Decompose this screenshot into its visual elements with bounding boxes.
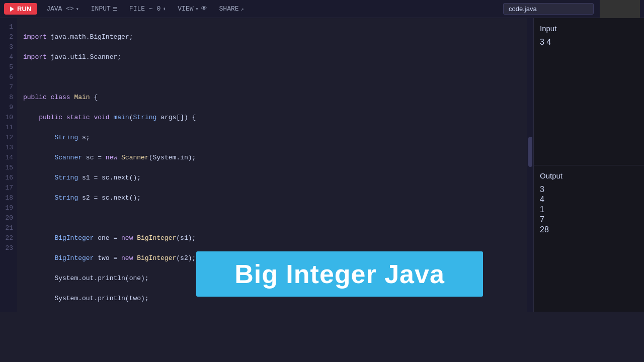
view-menu[interactable]: VIEW ▾ 👁	[173, 3, 212, 15]
code-editor[interactable]: 12345 678910 1112131415 1617181920 21222…	[0, 18, 533, 312]
code-line-3	[23, 72, 521, 82]
java-label: JAVA <>	[46, 5, 74, 13]
code-line-9: String s2 = sc.next();	[23, 193, 521, 203]
share-label: SHARE	[219, 5, 239, 13]
code-line-5: public static void main(String args[]) {	[23, 113, 521, 123]
file-menu[interactable]: FILE ~ 0 ⬆	[124, 3, 171, 15]
code-line-10	[23, 213, 521, 223]
line-numbers: 12345 678910 1112131415 1617181920 21222…	[0, 18, 17, 312]
view-arrow: ▾	[196, 6, 199, 12]
code-line-6: String s;	[23, 133, 521, 143]
code-line-11: BigInteger one = new BigInteger(s1);	[23, 233, 521, 243]
java-arrow: ▾	[76, 6, 79, 12]
output-val-4: 7	[540, 215, 638, 224]
bottom-area	[0, 312, 644, 362]
code-line-4: public class Main {	[23, 93, 521, 103]
output-val-3: 1	[540, 205, 638, 214]
output-section: Output 3 4 1 7 28	[534, 165, 644, 312]
code-line-8: String s1 = sc.next();	[23, 173, 521, 183]
scrollbar-track[interactable]	[527, 18, 533, 312]
output-val-2: 4	[540, 195, 638, 204]
main-area: 12345 678910 1112131415 1617181920 21222…	[0, 18, 644, 312]
file-label: FILE ~ 0	[129, 5, 160, 13]
filename-input[interactable]	[503, 3, 594, 15]
input-section: Input 3 4	[534, 18, 644, 165]
output-panel-label: Output	[540, 171, 638, 180]
code-line-1: import java.math.BigInteger;	[23, 32, 521, 42]
share-icon: ↗	[241, 6, 244, 12]
eye-icon: 👁	[201, 5, 207, 13]
input-label: INPUT	[91, 5, 111, 13]
code-line-7: Scanner sc = new Scanner(System.in);	[23, 153, 521, 163]
view-label: VIEW	[178, 5, 193, 13]
output-val-1: 3	[540, 185, 638, 194]
topbar: RUN JAVA <> ▾ INPUT ☰ FILE ~ 0 ⬆ VIEW ▾ …	[0, 0, 644, 18]
code-line-2: import java.util.Scanner;	[23, 52, 521, 62]
java-menu[interactable]: JAVA <> ▾	[41, 3, 84, 15]
run-button[interactable]: RUN	[4, 3, 37, 15]
input-menu[interactable]: INPUT ☰	[86, 3, 122, 15]
input-icon: ☰	[113, 6, 117, 12]
banner-overlay: Big Integer Java	[196, 251, 483, 297]
output-values: 3 4 1 7 28	[540, 185, 638, 234]
right-panel: Input 3 4 Output 3 4 1 7 28	[533, 18, 644, 312]
run-label: RUN	[17, 5, 31, 13]
file-icon: ⬆	[163, 6, 166, 12]
banner-text: Big Integer Java	[234, 259, 445, 289]
input-panel-value[interactable]: 3 4	[540, 38, 638, 47]
share-menu[interactable]: SHARE ↗	[214, 3, 249, 15]
scrollbar-thumb[interactable]	[528, 137, 532, 167]
input-panel-label: Input	[540, 24, 638, 33]
play-icon	[10, 7, 14, 12]
output-val-5: 28	[540, 225, 638, 234]
